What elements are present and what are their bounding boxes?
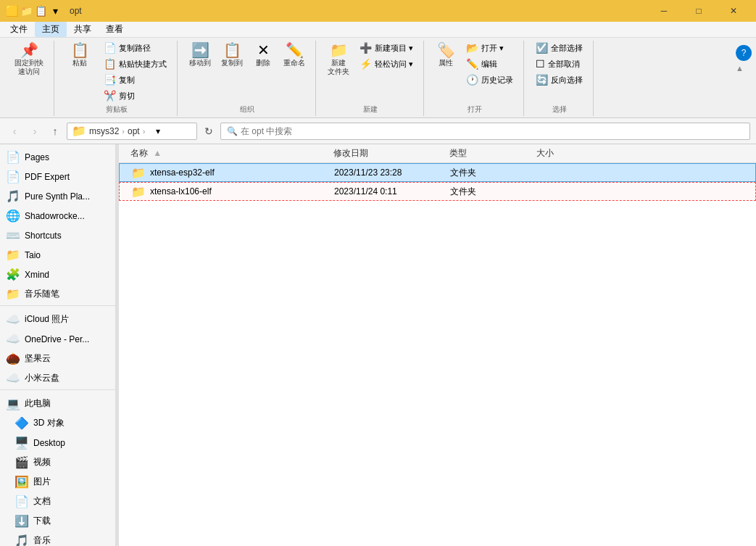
sidebar-item-videos[interactable]: 🎬 视频	[0, 452, 115, 472]
sidebar-item-music[interactable]: 🎵 音乐	[0, 531, 115, 546]
moveto-icon: ➡️	[191, 43, 209, 57]
file-cell-type-2: 文件夹	[444, 186, 531, 198]
ribbon-edit-button[interactable]: ✏️ 编辑	[462, 57, 518, 71]
ribbon-delete-button[interactable]: ✕ 删除	[249, 41, 278, 83]
ribbon-paste-button[interactable]: 📋 粘贴	[62, 41, 98, 83]
ribbon-easyaccess-button[interactable]: ⚡ 轻松访问 ▾	[355, 57, 418, 71]
refresh-button[interactable]: ↻	[200, 123, 217, 140]
rename-icon: ✏️	[286, 43, 304, 57]
3dobjects-icon: 🔷	[14, 416, 29, 430]
ribbon-open-button[interactable]: 📂 打开 ▾	[462, 41, 518, 55]
ribbon-collapse-button[interactable]: ▲	[736, 64, 752, 73]
sidebar-item-onedrive-label: OneDrive - Per...	[25, 334, 89, 344]
ribbon-newfolder-button[interactable]: 📁 新建文件夹	[323, 41, 354, 83]
ribbon-newitem-button[interactable]: ➕ 新建项目 ▾	[355, 41, 418, 55]
col-header-size[interactable]: 大小	[531, 144, 589, 162]
breadcrumb-dropdown-button[interactable]: ▾	[151, 124, 165, 138]
ribbon-copyto-button[interactable]: 📋 复制到	[217, 41, 247, 83]
paste-label: 粘贴	[72, 59, 87, 67]
ribbon: 📌 固定到快速访问 📋 粘贴 📄 复制路径 📋 粘贴快捷方式	[0, 38, 756, 118]
copy-icon: 📑	[104, 74, 116, 86]
menu-item-view[interactable]: 查看	[99, 22, 130, 37]
ribbon-group-clipboard: 📋 粘贴 📄 复制路径 📋 粘贴快捷方式 📑 复制 ✂️ 剪切	[56, 41, 178, 116]
sidebar-item-mipan[interactable]: ☁️ 小米云盘	[0, 368, 115, 388]
ribbon-selectnone-button[interactable]: ☐ 全部取消	[531, 57, 587, 71]
menu-item-file[interactable]: 文件	[3, 22, 35, 37]
history-label: 历史记录	[481, 75, 513, 86]
ribbon-group-select: ☑️ 全部选择 ☐ 全部取消 🔄 反向选择 选择	[526, 41, 594, 116]
sidebar-item-puresynth[interactable]: 🎵 Pure Synth Pla...	[0, 186, 115, 206]
sidebar-item-music-label: 音乐	[33, 534, 51, 546]
file-list: 名称 ▲ 修改日期 类型 大小 📁 xtensa-esp32-elf 2023/…	[119, 144, 756, 546]
close-button[interactable]: ✕	[717, 0, 750, 22]
col-header-name[interactable]: 名称 ▲	[125, 144, 328, 162]
menu-bar: 文件 主页 共享 查看	[0, 22, 756, 38]
breadcrumb-bar: 📁 msys32 › opt › ▾	[67, 123, 197, 140]
nav-forward-button[interactable]: ›	[26, 123, 43, 140]
ribbon-cut-button[interactable]: ✂️ 剪切	[99, 88, 171, 103]
ribbon-group-new: 📁 新建文件夹 ➕ 新建项目 ▾ ⚡ 轻松访问 ▾ 新建	[317, 41, 424, 116]
col-header-type[interactable]: 类型	[444, 144, 531, 162]
sidebar-item-icloud[interactable]: ☁️ iCloud 照片	[0, 310, 115, 329]
file-cell-type-1: 文件夹	[444, 167, 531, 179]
select-small-buttons: ☑️ 全部选择 ☐ 全部取消 🔄 反向选择	[531, 41, 587, 87]
nav-up-button[interactable]: ↑	[46, 123, 64, 140]
sidebar-item-3dobjects[interactable]: 🔷 3D 对象	[0, 413, 115, 433]
col-header-date[interactable]: 修改日期	[328, 144, 444, 162]
ribbon-pasteshortcut-button[interactable]: 📋 粘贴快捷方式	[99, 57, 171, 71]
ribbon-history-button[interactable]: 🕐 历史记录	[462, 73, 518, 87]
invertselect-icon: 🔄	[536, 74, 548, 86]
sidebar-item-pdfexpert[interactable]: 📄 PDF Expert	[0, 167, 115, 186]
breadcrumb-item-msys32[interactable]: msys32	[89, 126, 119, 136]
newitem-icon: ➕	[360, 42, 372, 54]
ribbon-organize-buttons: ➡️ 移动到 📋 复制到 ✕ 删除 ✏️ 重命名	[185, 41, 310, 103]
file-name-1: xtensa-esp32-elf	[150, 167, 215, 178]
sidebar-item-documents[interactable]: 📄 文档	[0, 492, 115, 511]
ribbon-pin-button[interactable]: 📌 固定到快速访问	[10, 41, 48, 83]
maximize-button[interactable]: □	[682, 0, 715, 22]
table-row[interactable]: 📁 xtensa-lx106-elf 2023/11/24 0:11 文件夹	[119, 182, 756, 201]
sidebar-item-onedrive[interactable]: ☁️ OneDrive - Per...	[0, 329, 115, 349]
ribbon-selectall-button[interactable]: ☑️ 全部选择	[531, 41, 587, 55]
ribbon-group-quickaccess: 📌 固定到快速访问	[4, 41, 54, 116]
open-label: 打开 ▾	[481, 43, 504, 54]
help-button[interactable]: ?	[736, 45, 752, 61]
sidebar-item-desktop[interactable]: 🖥️ Desktop	[0, 433, 115, 452]
sidebar-item-thispc-label: 此电脑	[25, 397, 51, 410]
title-icon-dropdown[interactable]: ▾	[49, 5, 61, 17]
sidebar-item-pictures[interactable]: 🖼️ 图片	[0, 472, 115, 492]
sidebar-item-shadowrocket[interactable]: 🌐 Shadowrocke...	[0, 206, 115, 226]
sidebar-item-pages[interactable]: 📄 Pages	[0, 147, 115, 167]
ribbon-copypath-button[interactable]: 📄 复制路径	[99, 41, 171, 55]
sidebar-item-taio[interactable]: 📁 Taio	[0, 245, 115, 265]
easyaccess-icon: ⚡	[360, 58, 372, 70]
ribbon-rename-button[interactable]: ✏️ 重命名	[279, 41, 310, 83]
ribbon-group-organize: ➡️ 移动到 📋 复制到 ✕ 删除 ✏️ 重命名 组织	[179, 41, 316, 116]
sidebar-item-documents-label: 文档	[33, 495, 51, 508]
minimize-button[interactable]: ─	[647, 0, 681, 22]
menu-item-home[interactable]: 主页	[35, 22, 67, 37]
sidebar-item-musicnotes[interactable]: 📁 音乐随笔	[0, 284, 115, 304]
breadcrumb-folder-icon: 📁	[72, 124, 86, 138]
ribbon-open-buttons: 🏷️ 属性 📂 打开 ▾ ✏️ 编辑 🕐 历史记录	[431, 41, 518, 103]
ribbon-properties-button[interactable]: 🏷️ 属性	[431, 41, 460, 83]
sidebar-item-thispc[interactable]: 💻 此电脑	[0, 394, 115, 413]
sidebar-item-shortcuts[interactable]: ⌨️ Shortcuts	[0, 226, 115, 245]
nav-back-button[interactable]: ‹	[6, 123, 23, 140]
menu-item-share[interactable]: 共享	[67, 22, 99, 37]
sidebar-item-jianguoyun[interactable]: 🌰 坚果云	[0, 349, 115, 368]
shadowrocket-icon: 🌐	[6, 209, 20, 223]
sidebar-item-xmind[interactable]: 🧩 Xmind	[0, 265, 115, 284]
ribbon-invertselect-button[interactable]: 🔄 反向选择	[531, 73, 587, 87]
folder-icon-2: 📁	[131, 185, 146, 199]
ribbon-copy-button[interactable]: 📑 复制	[99, 73, 171, 87]
sidebar-item-3dobjects-label: 3D 对象	[33, 417, 65, 429]
search-input[interactable]	[241, 126, 744, 136]
pictures-icon: 🖼️	[14, 475, 29, 489]
folder-icon-1: 📁	[131, 166, 146, 180]
ribbon-moveto-button[interactable]: ➡️ 移动到	[185, 41, 215, 83]
breadcrumb-item-opt[interactable]: opt	[128, 126, 140, 136]
search-bar[interactable]: 🔍	[220, 123, 750, 140]
table-row[interactable]: 📁 xtensa-esp32-elf 2023/11/23 23:28 文件夹	[119, 163, 756, 182]
sidebar-item-downloads[interactable]: ⬇️ 下载	[0, 511, 115, 531]
